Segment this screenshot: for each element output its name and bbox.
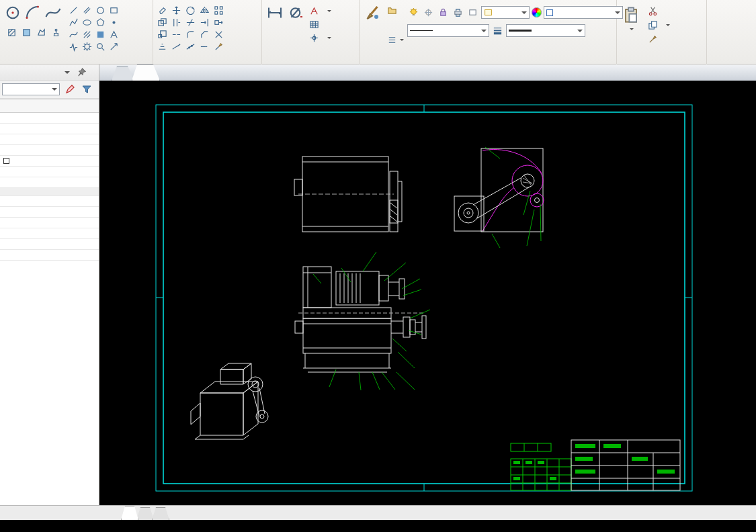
line-icon[interactable] xyxy=(67,4,80,16)
copy-button[interactable] xyxy=(646,18,670,32)
property-row-textstyle[interactable] xyxy=(0,167,99,177)
tool-symbol[interactable] xyxy=(286,3,306,44)
lineweight-select[interactable] xyxy=(506,24,585,37)
stamp-icon[interactable] xyxy=(50,26,62,38)
rectangle-icon[interactable] xyxy=(108,4,120,16)
tool-table[interactable] xyxy=(308,17,331,31)
doc-tab-guaguoji[interactable] xyxy=(132,64,160,81)
property-row-orientation[interactable] xyxy=(0,250,99,261)
align-icon[interactable] xyxy=(156,40,169,52)
layer-frame-icon[interactable] xyxy=(466,7,479,19)
color-wheel-icon[interactable] xyxy=(532,7,542,17)
parallel-lines-icon[interactable] xyxy=(81,4,93,16)
rotate-icon[interactable] xyxy=(184,4,197,16)
color-swatch xyxy=(546,9,553,16)
polygon-icon[interactable] xyxy=(94,16,107,28)
magnifier-icon[interactable] xyxy=(94,40,107,52)
tool-text[interactable] xyxy=(308,4,331,17)
break-icon[interactable] xyxy=(170,28,183,40)
tab-layout2[interactable] xyxy=(152,507,169,520)
point-icon[interactable] xyxy=(108,16,120,28)
tool-arc[interactable] xyxy=(23,3,43,24)
coordinate-icon xyxy=(308,32,321,44)
tool-circle[interactable] xyxy=(3,3,23,24)
tab-model[interactable] xyxy=(121,506,138,520)
lengthen-icon[interactable] xyxy=(198,40,211,52)
layer-select[interactable] xyxy=(481,6,530,19)
chamfer-icon[interactable] xyxy=(198,28,211,40)
callout-leaders xyxy=(313,147,541,390)
mirror-icon[interactable] xyxy=(198,4,211,16)
match-brush-icon[interactable] xyxy=(212,40,225,52)
property-row-linetype[interactable] xyxy=(0,145,99,156)
select-filter-button[interactable] xyxy=(79,83,93,97)
layout-tab-bar xyxy=(0,505,756,520)
layer-on-icon[interactable] xyxy=(407,7,420,19)
gear-icon[interactable] xyxy=(81,40,93,52)
ellipse-icon[interactable] xyxy=(81,16,93,28)
layer-lock-icon[interactable] xyxy=(437,7,450,19)
array-icon[interactable] xyxy=(212,4,225,16)
scale-icon[interactable] xyxy=(156,28,169,40)
paste-button[interactable] xyxy=(620,3,642,46)
cut-button[interactable] xyxy=(646,4,670,17)
property-row-color[interactable] xyxy=(0,124,99,134)
gradient-icon[interactable] xyxy=(20,26,33,38)
chevron-down-icon xyxy=(630,28,634,30)
folder-icon[interactable] xyxy=(386,4,398,16)
chevron-down-icon xyxy=(327,10,331,12)
fillet-icon[interactable] xyxy=(184,28,197,40)
lineweight-icon[interactable] xyxy=(491,25,504,37)
palette-dropdown-icon[interactable] xyxy=(65,71,70,74)
property-row-dimstyle[interactable] xyxy=(0,177,99,188)
erase-icon[interactable] xyxy=(156,4,169,16)
tab-layout1[interactable] xyxy=(136,507,154,520)
property-row-height[interactable] xyxy=(0,228,99,239)
text-small-icon[interactable] xyxy=(108,28,120,40)
tool-coord[interactable] xyxy=(308,31,331,44)
tool-dimension[interactable] xyxy=(265,3,285,44)
offset-icon[interactable] xyxy=(170,16,183,28)
property-row-ltscale[interactable] xyxy=(0,134,99,145)
layer-plot-icon[interactable] xyxy=(452,7,464,19)
color-select[interactable] xyxy=(544,6,623,19)
extend-icon[interactable] xyxy=(198,16,211,28)
trim-icon[interactable] xyxy=(184,16,197,28)
tool-curve[interactable] xyxy=(43,3,63,24)
stretch-icon[interactable] xyxy=(212,16,225,28)
property-row-lineweight[interactable] xyxy=(0,156,99,167)
selection-filter-combo[interactable] xyxy=(2,83,60,95)
doc-tab-reference-drawing[interactable] xyxy=(112,66,134,81)
drawing-area[interactable] xyxy=(99,81,756,505)
property-row-scale[interactable] xyxy=(0,239,99,250)
linetype-select[interactable] xyxy=(407,24,489,37)
formula-curve-icon[interactable] xyxy=(67,40,80,52)
explode-icon[interactable] xyxy=(212,28,225,40)
property-row-papersize[interactable] xyxy=(0,196,99,207)
copy-small-icon[interactable] xyxy=(156,16,169,28)
edit-style-button[interactable] xyxy=(62,83,77,97)
hatch-fill-icon[interactable] xyxy=(5,26,18,38)
arrow-icon[interactable] xyxy=(108,40,120,52)
hatch-icon[interactable] xyxy=(81,28,93,40)
match-properties-button[interactable] xyxy=(646,32,670,46)
main-assembly-view xyxy=(295,267,426,372)
tool-style-manager[interactable] xyxy=(362,3,382,47)
region-icon[interactable] xyxy=(35,26,48,38)
layer-freeze-icon[interactable] xyxy=(422,7,435,19)
join-icon[interactable] xyxy=(170,40,183,52)
drum-view xyxy=(294,157,402,232)
pin-icon[interactable] xyxy=(75,66,88,79)
small-circle-icon[interactable] xyxy=(94,4,107,16)
divide-icon[interactable] xyxy=(184,40,197,52)
style-list-button[interactable] xyxy=(386,34,404,46)
spline-icon[interactable] xyxy=(67,28,80,40)
polyline-icon[interactable] xyxy=(67,16,80,28)
property-row-width[interactable] xyxy=(0,218,99,228)
command-bar[interactable] xyxy=(0,520,756,532)
move-icon[interactable] xyxy=(170,4,183,16)
fill-icon[interactable] xyxy=(94,28,107,40)
property-row-rotation[interactable] xyxy=(0,207,99,218)
drawing-canvas[interactable] xyxy=(99,81,756,505)
property-row-layer[interactable] xyxy=(0,113,99,124)
